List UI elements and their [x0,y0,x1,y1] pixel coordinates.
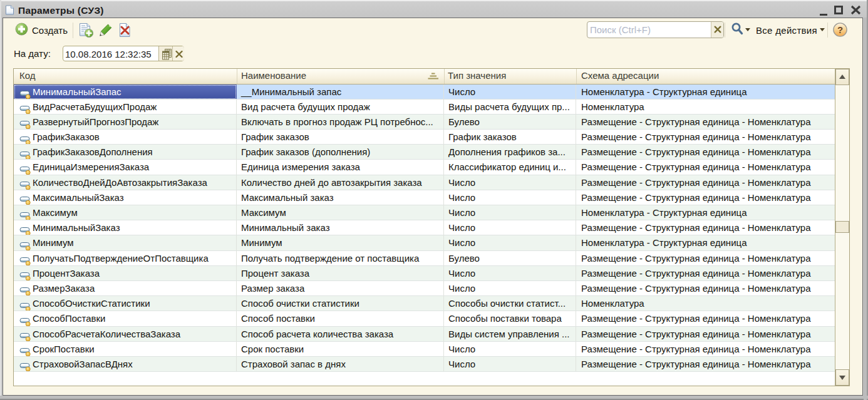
svg-text:?: ? [837,24,843,35]
